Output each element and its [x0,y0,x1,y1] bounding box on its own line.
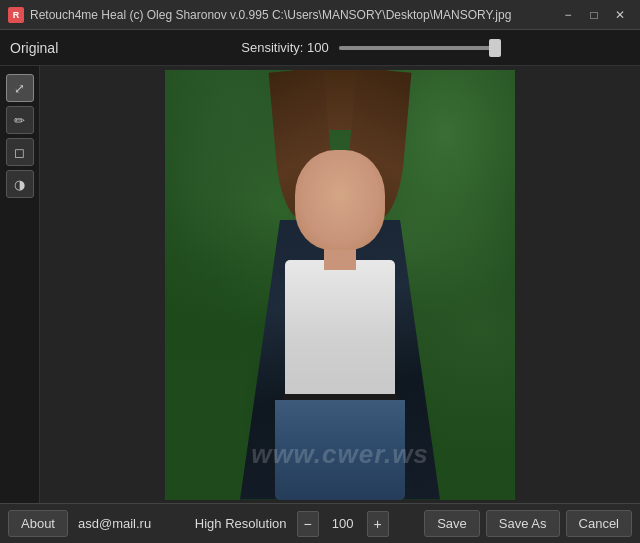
app-icon: R [8,7,24,23]
sensitivity-slider[interactable] [339,46,499,50]
maximize-button[interactable]: □ [582,5,606,25]
left-toolbar: ⤢ ✏ ◻ ◑ [0,66,40,503]
cancel-button[interactable]: Cancel [566,510,632,537]
mode-label: Original [10,40,110,56]
contrast-tool-button[interactable]: ◑ [6,170,34,198]
slider-thumb[interactable] [489,39,501,57]
brush-tool-button[interactable]: ✏ [6,106,34,134]
image-container: www.cwer.ws [165,70,515,500]
person-body [240,140,440,500]
sensitivity-label: Sensitivity: 100 [241,40,328,55]
jeans [275,400,405,500]
resolution-counter: − 100 + [297,511,389,537]
main-area: ⤢ ✏ ◻ ◑ [0,66,640,503]
email-label: asd@mail.ru [74,516,155,531]
window-controls: − □ ✕ [556,5,632,25]
close-button[interactable]: ✕ [608,5,632,25]
high-resolution-label: High Resolution [191,516,291,531]
save-as-button[interactable]: Save As [486,510,560,537]
title-text: Retouch4me Heal (c) Oleg Sharonov v.0.99… [30,8,556,22]
save-button[interactable]: Save [424,510,480,537]
slider-fill [339,46,499,50]
sensitivity-control: Sensitivity: 100 [110,40,630,55]
minimize-button[interactable]: − [556,5,580,25]
title-bar: R Retouch4me Heal (c) Oleg Sharonov v.0.… [0,0,640,30]
fit-tool-button[interactable]: ⤢ [6,74,34,102]
top-toolbar: Original Sensitivity: 100 [0,30,640,66]
portrait-image: www.cwer.ws [165,70,515,500]
bottom-bar: About asd@mail.ru High Resolution − 100 … [0,503,640,543]
eraser-tool-button[interactable]: ◻ [6,138,34,166]
head [295,150,385,250]
about-button[interactable]: About [8,510,68,537]
counter-value: 100 [323,516,363,531]
decrement-button[interactable]: − [297,511,319,537]
increment-button[interactable]: + [367,511,389,537]
canvas-area[interactable]: www.cwer.ws [40,66,640,503]
